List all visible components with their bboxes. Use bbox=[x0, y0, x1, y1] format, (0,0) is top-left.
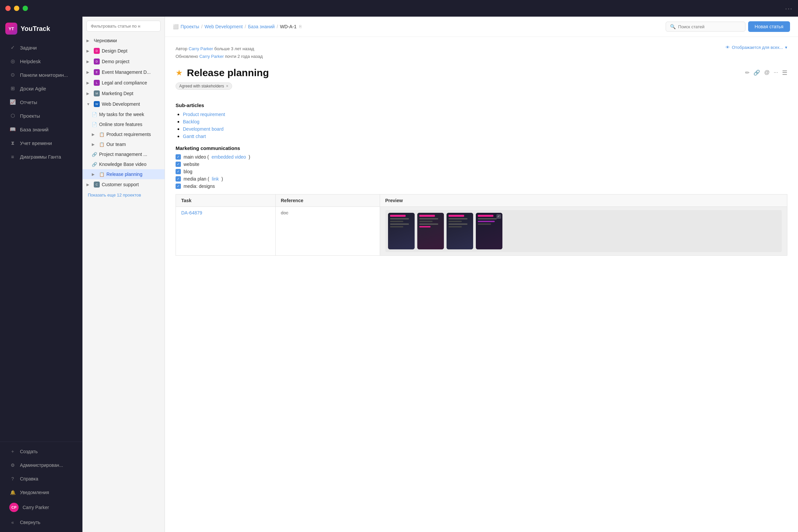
sidebar-item-gantt[interactable]: ≡ Диаграммы Ганта bbox=[3, 150, 79, 163]
sub-article-link-1[interactable]: Backlog bbox=[183, 119, 200, 125]
sidebar-item-agile-label: Доски Agile bbox=[20, 86, 46, 92]
tree-item-drafts-label: Черновики bbox=[94, 38, 117, 43]
sidebar-item-projects[interactable]: ⬡ Проекты bbox=[3, 109, 79, 122]
preview-bar bbox=[419, 215, 435, 217]
copy-icon[interactable]: ⎘ bbox=[299, 24, 302, 29]
visibility-button[interactable]: 👁 Отображается для всех... ▾ bbox=[725, 45, 787, 50]
author-link[interactable]: Carry Parker bbox=[189, 46, 213, 51]
tree-item-releaseplanning-label: Release planning bbox=[107, 172, 142, 177]
help-icon: ? bbox=[9, 475, 16, 482]
star-icon[interactable]: ★ bbox=[175, 68, 183, 77]
checkbox-4[interactable]: ✓ bbox=[175, 184, 181, 189]
preview-accent-bar bbox=[419, 226, 431, 227]
tree-item-mytasks[interactable]: 📄 My tasks for the week bbox=[82, 109, 165, 119]
tree-item-webdev[interactable]: ▼ W Web Development bbox=[82, 99, 165, 109]
admin-button[interactable]: ⚙ Администрирован... bbox=[3, 458, 79, 472]
preview-bar2 bbox=[449, 218, 468, 220]
search-box[interactable]: 🔍 bbox=[666, 22, 745, 32]
edit-icon[interactable]: ✏ bbox=[745, 70, 749, 76]
collapse-button[interactable]: « Свернуть bbox=[3, 516, 79, 529]
embedded-video-link[interactable]: embedded video bbox=[211, 154, 246, 159]
sidebar-item-knowledge[interactable]: 📖 База знаний bbox=[3, 123, 79, 136]
new-article-button[interactable]: Новая статья bbox=[748, 21, 790, 32]
dashboard-icon: ⊙ bbox=[9, 72, 16, 78]
sub-article-link-3[interactable]: Gantt chart bbox=[183, 134, 206, 139]
tree-item-event[interactable]: ▶ E Event Management D... bbox=[82, 67, 165, 77]
maximize-button[interactable] bbox=[23, 6, 28, 11]
table-header-reference: Reference bbox=[275, 194, 380, 207]
preview-accent-bar2 bbox=[478, 221, 495, 222]
tree-item-legal[interactable]: ▶ L Legal and compliance bbox=[82, 77, 165, 88]
sidebar-item-dashboards-label: Панели мониторин... bbox=[20, 72, 68, 78]
tree-item-ourteam[interactable]: ▶ 📋 Our team bbox=[82, 139, 165, 149]
sub-article-link-2[interactable]: Development board bbox=[183, 126, 224, 132]
table-header-preview: Preview bbox=[380, 194, 787, 207]
admin-label: Администрирован... bbox=[20, 462, 63, 468]
checkbox-label-0: main video ( bbox=[184, 154, 209, 159]
folder-doc-icon: 📋 bbox=[99, 132, 104, 137]
notifications-button[interactable]: 🔔 Уведомления bbox=[3, 486, 79, 499]
tree-item-marketing[interactable]: ▶ M Marketing Dept bbox=[82, 88, 165, 99]
breadcrumb-projects[interactable]: Проекты bbox=[180, 24, 199, 29]
main-content: ⬜ Проекты / Web Development / База знани… bbox=[165, 17, 798, 532]
checkbox-3[interactable]: ✓ bbox=[175, 176, 181, 182]
tree-item-customersupport-label: Customer support bbox=[102, 182, 139, 187]
checkbox-1[interactable]: ✓ bbox=[175, 162, 181, 167]
updated-author-link[interactable]: Carry Parker bbox=[199, 54, 224, 59]
checkbox-0[interactable]: ✓ bbox=[175, 154, 181, 159]
knowledge-icon: 📖 bbox=[9, 126, 16, 133]
gantt-icon: ≡ bbox=[9, 153, 16, 160]
more-icon[interactable]: ··· bbox=[774, 70, 778, 76]
sub-article-link-0[interactable]: Product requirement bbox=[183, 112, 225, 117]
tree-item-customersupport[interactable]: ▶ C Customer support bbox=[82, 179, 165, 190]
close-button[interactable] bbox=[5, 6, 11, 11]
search-input[interactable] bbox=[678, 24, 741, 29]
preview-bar3 bbox=[419, 221, 433, 222]
list-item: Gantt chart bbox=[183, 133, 787, 139]
tree-item-knowledgevideo[interactable]: 🔗 Knowledge Base video bbox=[82, 159, 165, 169]
breadcrumb-knowledge[interactable]: База знаний bbox=[248, 24, 274, 29]
checkbox-2[interactable]: ✓ bbox=[175, 169, 181, 174]
sidebar-item-agile[interactable]: ⊞ Доски Agile bbox=[3, 82, 79, 95]
media-plan-link[interactable]: link bbox=[212, 176, 219, 182]
tree-item-onlinestore[interactable]: 📄 Online store features bbox=[82, 119, 165, 129]
sidebar-item-helpdesk[interactable]: ◎ Helpdesk bbox=[3, 55, 79, 68]
user-profile[interactable]: CP Carry Parker bbox=[3, 499, 79, 515]
create-button[interactable]: ＋ Создать bbox=[3, 445, 79, 458]
minimize-button[interactable] bbox=[14, 6, 19, 11]
user-name: Carry Parker bbox=[23, 505, 49, 510]
project-panel: ▶ Черновики ▶ D Design Dept ▶ D Demo pro… bbox=[82, 17, 165, 532]
link-icon[interactable]: 🔗 bbox=[754, 70, 760, 76]
outline-icon[interactable]: ☰ bbox=[782, 69, 787, 76]
sidebar-item-reports[interactable]: 📈 Отчеты bbox=[3, 95, 79, 109]
breadcrumb-webdev[interactable]: Web Development bbox=[205, 24, 243, 29]
mention-icon[interactable]: @ bbox=[764, 70, 770, 76]
filter-input[interactable] bbox=[87, 21, 160, 32]
sidebar-item-tasks[interactable]: ✓ Задачи bbox=[3, 41, 79, 54]
sidebar-item-timekeep[interactable]: ⧗ Учет времени bbox=[3, 136, 79, 150]
preview-bar5 bbox=[390, 226, 404, 227]
checkbox-row-2: ✓ blog bbox=[175, 169, 787, 174]
preview-bar bbox=[478, 215, 494, 217]
sidebar-item-dashboards[interactable]: ⊙ Панели мониторин... bbox=[3, 68, 79, 81]
logo-area: YT YouTrack bbox=[0, 17, 82, 41]
titlebar-menu[interactable]: ··· bbox=[785, 5, 793, 12]
sub-articles-list: Product requirement Backlog Development … bbox=[175, 111, 787, 139]
tree-item-releaseplanning[interactable]: ▶ 📋 Release planning bbox=[82, 169, 165, 179]
expand-icon[interactable]: ⤢ bbox=[496, 214, 501, 219]
tree-item-prodrequirements[interactable]: ▶ 📋 Product requirements bbox=[82, 129, 165, 139]
article-meta: Автор Carry Parker больше 3 лет назад Об… bbox=[175, 45, 787, 60]
tree-item-drafts[interactable]: ▶ Черновики bbox=[82, 36, 165, 45]
task-link[interactable]: DA-64879 bbox=[181, 210, 202, 215]
tree-item-design[interactable]: ▶ D Design Dept bbox=[82, 45, 165, 56]
tree-item-demo-label: Demo project bbox=[102, 59, 129, 64]
help-button[interactable]: ? Справка bbox=[3, 472, 79, 486]
tag-close-button[interactable]: × bbox=[226, 84, 228, 89]
collapse-icon: « bbox=[9, 519, 16, 526]
tasks-icon: ✓ bbox=[9, 44, 16, 51]
checkbox-row-1: ✓ website bbox=[175, 162, 787, 167]
tree-item-projmanagement[interactable]: 🔗 Project management ... bbox=[82, 149, 165, 159]
create-icon: ＋ bbox=[9, 448, 16, 455]
show-more-button[interactable]: Показать еще 12 проектов bbox=[82, 190, 165, 200]
tree-item-demo[interactable]: ▶ D Demo project bbox=[82, 56, 165, 67]
